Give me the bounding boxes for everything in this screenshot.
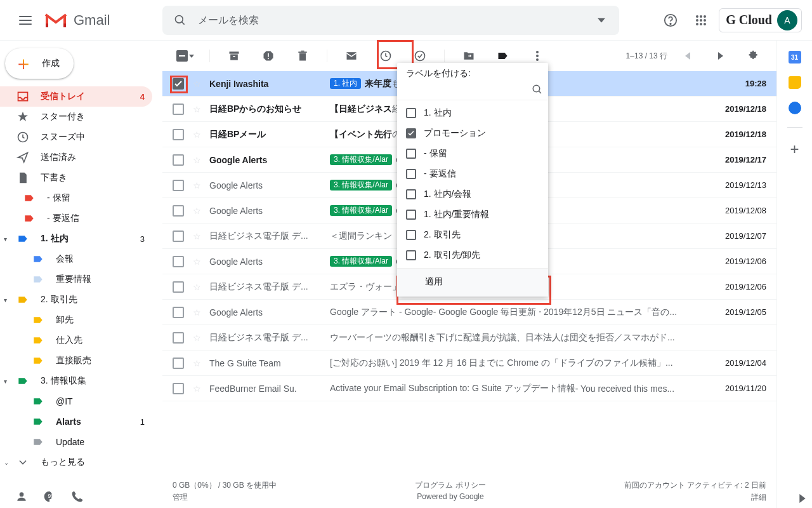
label-menu-item[interactable]: 1. 社内/会報 [397,184,548,204]
row-checkbox[interactable] [173,180,184,191]
details-link[interactable]: 詳細 [624,492,766,503]
label-search-input[interactable] [406,82,532,97]
sender: 日経ビジネス電子版 デ... [209,332,324,344]
svg-point-5 [670,23,671,23]
sidebar-item[interactable]: Alarts1 [0,411,152,432]
search-icon[interactable] [167,8,193,33]
star-icon[interactable]: ☆ [190,257,203,267]
archive-icon[interactable] [221,43,247,69]
star-icon[interactable]: ☆ [190,282,203,292]
label-menu-item[interactable]: 2. 取引先/卸先 [397,245,548,265]
star-icon[interactable]: ☆ [190,307,203,318]
sidebar-item[interactable]: 直接販売 [0,351,152,371]
settings-icon[interactable] [741,43,766,69]
star-icon[interactable]: ☆ [190,384,203,394]
label-icon [32,255,44,264]
prev-page-icon[interactable] [675,43,700,69]
row-checkbox[interactable] [173,383,184,394]
label-menu-item[interactable]: 1. 社内/重要情報 [397,204,548,225]
account-name: G Cloud [726,13,772,27]
search-input[interactable] [193,15,589,26]
snooze-icon[interactable] [373,43,398,69]
message-row[interactable]: ☆Google AlertsGoogle アラート - Google - Goo… [162,300,776,325]
main-menu-button[interactable] [10,5,41,36]
logo[interactable]: Gmail [43,11,157,30]
program-policy[interactable]: プログラム ポリシー [415,480,485,491]
message-row[interactable]: ☆FeedBurner Email Su.Activate your Email… [162,376,776,401]
hangouts-icon[interactable]: 99 [43,490,56,503]
spam-icon[interactable] [256,43,281,69]
row-checkbox[interactable] [173,104,184,115]
collapse-panel-icon[interactable] [798,494,807,503]
star-icon[interactable]: ☆ [190,104,203,114]
row-checkbox[interactable] [173,281,184,293]
row-checkbox[interactable] [173,205,184,217]
sidebar-item[interactable]: ▾3. 情報収集 [0,371,152,391]
label-menu-item[interactable]: - 保留 [397,144,548,164]
label-menu-item[interactable]: - 要返信 [397,164,548,184]
sidebar-item[interactable]: スヌーズ中 [0,127,152,147]
label-menu-item[interactable]: 1. 社内 [397,103,548,123]
help-icon[interactable] [658,8,683,33]
sidebar-item[interactable]: 重要情報 [0,269,152,290]
star-icon[interactable]: ☆ [190,358,203,368]
next-page-icon[interactable] [708,43,733,69]
search-options-icon[interactable] [589,8,614,33]
content: Activate your Email Subscription to: G S… [330,383,703,394]
mark-unread-icon[interactable] [339,43,364,69]
logo-text: Gmail [74,12,110,29]
apps-icon[interactable] [688,8,714,33]
label-menu-item[interactable]: 2. 取引先 [397,225,548,245]
sidebar-item[interactable]: 会報 [0,249,152,269]
search-bar[interactable] [162,6,619,35]
sidebar-item[interactable]: スター付き [0,107,152,127]
row-checkbox[interactable] [173,78,184,90]
message-row[interactable]: ☆The G Suite Team[ご対応のお願い] 2019 年 12 月 1… [162,351,776,376]
row-checkbox[interactable] [173,358,184,369]
sidebar-item[interactable]: 卸先 [0,310,152,330]
sidebar-item[interactable]: 下書き [0,168,152,188]
sidebar-item[interactable]: - 保留 [0,188,152,208]
star-icon[interactable]: ☆ [190,231,203,241]
star-icon[interactable]: ☆ [190,206,203,216]
account-chip[interactable]: G Cloud A [719,8,802,32]
compose-button[interactable]: ＋ 作成 [5,48,74,79]
svg-point-34 [533,85,540,92]
message-row[interactable]: ☆日経ビジネス電子版 デ...ウーバーイーツの報酬引き下げに配達員が抗議、日本法… [162,325,776,351]
storage-manage[interactable]: 管理 [173,492,277,503]
add-app-icon[interactable]: + [790,140,799,158]
inbox-icon [16,90,29,103]
file-icon [16,171,29,184]
sidebar-item[interactable]: ▾2. 取引先 [0,290,152,310]
phone-icon[interactable] [71,490,84,503]
label-icon [32,438,44,446]
keep-app-icon[interactable] [789,76,801,89]
row-checkbox[interactable] [173,231,184,242]
star-icon[interactable]: ☆ [190,155,203,165]
sidebar-item[interactable]: ▾1. 社内3 [0,229,152,249]
sidebar-item[interactable]: Update [0,432,152,452]
sidebar-item[interactable]: 仕入先 [0,330,152,351]
sidebar-item[interactable]: 送信済み [0,147,152,168]
row-checkbox[interactable] [173,129,184,140]
contacts-icon[interactable] [15,490,28,503]
calendar-app-icon[interactable]: 31 [789,51,801,64]
sidebar-item[interactable]: ⌄もっと見る [0,452,152,472]
apply-button[interactable]: 適用 [397,268,548,297]
sidebar-item[interactable]: @IT [0,391,152,411]
star-icon[interactable]: ☆ [190,180,203,190]
row-checkbox[interactable] [173,256,184,267]
star-icon[interactable]: ☆ [190,333,203,343]
star-icon[interactable]: ☆ [190,79,203,89]
row-checkbox[interactable] [173,332,184,344]
star-icon[interactable]: ☆ [190,130,203,140]
row-checkbox[interactable] [173,307,184,318]
select-all-checkbox[interactable] [173,43,198,69]
delete-icon[interactable] [290,43,315,69]
sidebar-item[interactable]: 受信トレイ4 [0,86,152,107]
label-menu-item[interactable]: プロモーション [397,123,548,144]
label-list: 1. 社内プロモーション- 保留- 要返信1. 社内/会報1. 社内/重要情報2… [397,100,548,268]
tasks-app-icon[interactable] [789,102,801,114]
sidebar-item[interactable]: - 要返信 [0,208,152,229]
row-checkbox[interactable] [173,154,184,166]
